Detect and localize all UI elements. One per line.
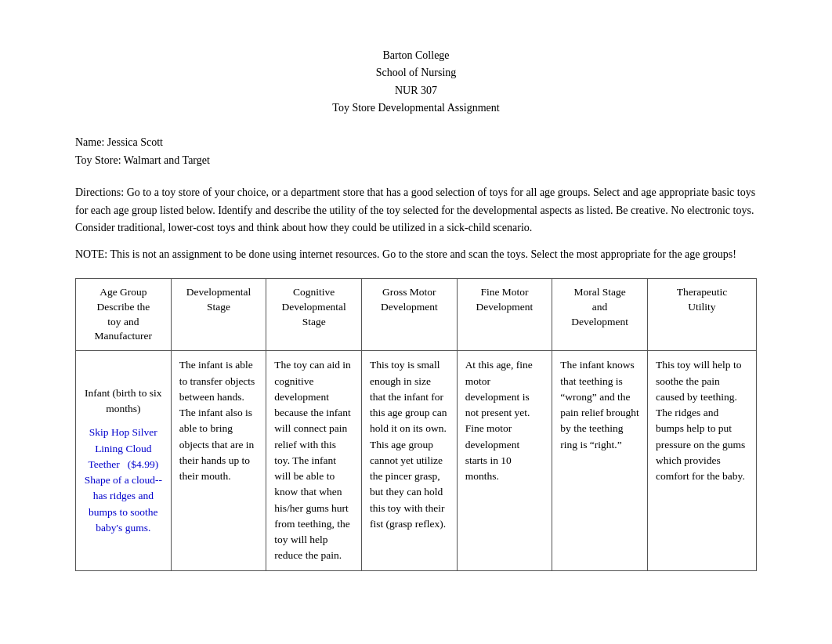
cell-cognitive-stage: The toy can aid in cognitive development… (266, 351, 362, 570)
header-age-group: Age GroupDescribe thetoy andManufacturer (76, 278, 172, 351)
document-header: Barton College School of Nursing NUR 307… (75, 47, 757, 118)
directions-text: Directions: Go to a toy store of your ch… (75, 184, 757, 237)
student-info: Name: Jessica Scott Toy Store: Walmart a… (75, 133, 757, 171)
toy-link[interactable]: Skip Hop Silver Lining Cloud Teether ($4… (88, 426, 158, 470)
header-therapeutic-utility: TherapeuticUtility (647, 278, 756, 351)
note-text: NOTE: This is not an assignment to be do… (75, 246, 757, 263)
table-header-row: Age GroupDescribe thetoy andManufacturer… (76, 278, 757, 351)
cell-moral-stage: The infant knows that teething is “wrong… (552, 351, 648, 570)
student-name: Name: Jessica Scott (75, 133, 757, 152)
developmental-table: Age GroupDescribe thetoy andManufacturer… (75, 278, 757, 571)
header-line-4: Toy Store Developmental Assignment (75, 99, 757, 117)
header-fine-motor: Fine MotorDevelopment (457, 278, 552, 351)
table-row: Infant (birth to six months) Skip Hop Si… (76, 351, 757, 570)
cell-developmental-stage: The infant is able to transfer objects b… (171, 351, 266, 570)
page-container: Barton College School of Nursing NUR 307… (0, 0, 832, 602)
cell-fine-motor: At this age, fine motor development is n… (457, 351, 552, 570)
cell-age-group: Infant (birth to six months) Skip Hop Si… (76, 351, 172, 570)
header-line-1: Barton College (75, 47, 757, 64)
header-gross-motor: Gross MotorDevelopment (361, 278, 457, 351)
header-developmental-stage: DevelopmentalStage (171, 278, 266, 351)
header-line-2: School of Nursing (75, 64, 757, 81)
cell-therapeutic-utility: This toy will help to soothe the pain ca… (647, 351, 756, 570)
age-group-label: Infant (birth to six months) (84, 385, 163, 418)
student-store: Toy Store: Walmart and Target (75, 151, 757, 170)
header-cognitive-stage: CognitiveDevelopmentalStage (266, 278, 362, 351)
toy-description: Skip Hop Silver Lining Cloud Teether ($4… (84, 425, 163, 536)
cell-gross-motor: This toy is small enough in size that th… (361, 351, 457, 570)
header-line-3: NUR 307 (75, 82, 757, 99)
header-moral-stage: Moral StageandDevelopment (552, 278, 648, 351)
